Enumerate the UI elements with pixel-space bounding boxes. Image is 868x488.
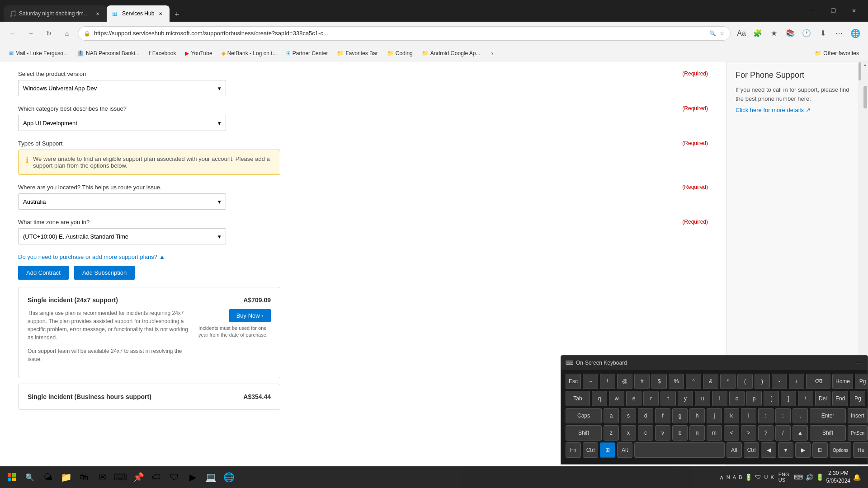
timezone-select[interactable]: (UTC+10:00) E. Australia Standard Time ▾	[18, 228, 226, 244]
key-i[interactable]: i	[712, 391, 727, 406]
expand-plans-link[interactable]: Do you need to purchase or add more supp…	[18, 253, 708, 260]
new-tab-button[interactable]: +	[170, 7, 184, 22]
key-v[interactable]: v	[655, 425, 670, 441]
lang-indicator[interactable]: ENGUS	[777, 472, 791, 483]
fav-favbar[interactable]: 📁 Favorites Bar	[333, 48, 381, 58]
osk-close-button[interactable]: ─	[854, 358, 863, 367]
maximize-button[interactable]: ❐	[823, 4, 844, 18]
key-o[interactable]: o	[729, 391, 745, 406]
key-minus[interactable]: -	[772, 374, 787, 389]
key-f[interactable]: f	[655, 408, 670, 423]
scroll-up-arrow[interactable]: ▲	[862, 61, 868, 68]
key-e[interactable]: e	[626, 391, 642, 406]
key-5[interactable]: %	[669, 374, 684, 389]
taskbar-osk[interactable]: ⌨	[112, 469, 128, 485]
key-home[interactable]: Home	[832, 374, 853, 389]
key-tab[interactable]: Tab	[566, 391, 590, 406]
key-plus[interactable]: +	[789, 374, 804, 389]
browser-tab-2[interactable]: ⊞ Services Hub ✕	[107, 5, 170, 22]
key-3[interactable]: #	[634, 374, 650, 389]
key-b[interactable]: b	[672, 425, 688, 441]
favorites-icon[interactable]: ★	[767, 26, 781, 41]
fav-facebook[interactable]: f Facebook	[145, 48, 180, 58]
key-fn[interactable]: Fn	[566, 442, 581, 458]
key-2[interactable]: @	[617, 374, 632, 389]
taskbar-weather[interactable]: 🌤	[40, 469, 56, 485]
phone-support-link[interactable]: Click here for more details ↗	[736, 107, 811, 113]
key-win[interactable]: ⊞	[600, 442, 615, 458]
key-question[interactable]: ?	[758, 425, 774, 441]
add-contract-button[interactable]: Add Contract	[18, 266, 69, 280]
key-t[interactable]: t	[660, 391, 676, 406]
key-del[interactable]: Del	[815, 391, 830, 406]
taskbar-security[interactable]: 🛡	[166, 469, 183, 485]
key-alt-l[interactable]: Alt	[617, 442, 632, 458]
kleopatra-icon[interactable]: K	[770, 474, 774, 480]
key-ctrl-r[interactable]: Ctrl	[744, 442, 759, 458]
key-left[interactable]: ◀	[761, 442, 776, 458]
notification-icon[interactable]: 🔔	[853, 474, 861, 481]
history-icon[interactable]: 🕐	[799, 26, 814, 41]
browser-tab-1[interactable]: 🎵 Saturday night dabbing time wit ✕	[4, 5, 107, 22]
star-icon[interactable]: ☆	[720, 30, 725, 37]
key-z[interactable]: z	[604, 425, 619, 441]
update-icon[interactable]: U	[764, 474, 768, 480]
taskbar-edge[interactable]: 🌐	[221, 469, 237, 485]
fav-android[interactable]: 📁 Android Google Ap...	[418, 48, 484, 58]
product-version-select[interactable]: Windows Universal App Dev ▾	[18, 80, 226, 96]
key-down[interactable]: ▼	[778, 442, 793, 458]
fav-nab[interactable]: 🏦 NAB Personal Banki...	[73, 48, 143, 58]
taskbar-files[interactable]: 📁	[58, 469, 74, 485]
extensions-icon[interactable]: 🧩	[750, 26, 765, 41]
key-lbracket[interactable]: [	[764, 391, 779, 406]
key-7[interactable]: &	[703, 374, 718, 389]
key-shift-r[interactable]: Shift	[810, 425, 846, 441]
key-options[interactable]: Options	[830, 442, 851, 458]
battery-icon[interactable]: 🔋	[816, 474, 824, 481]
key-j[interactable]: j	[707, 408, 722, 423]
fav-youtube[interactable]: ▶ YouTube	[181, 48, 216, 58]
key-c[interactable]: c	[638, 425, 653, 441]
taskbar-media[interactable]: ▶	[184, 469, 201, 485]
volume-icon[interactable]: 🔊	[806, 474, 813, 481]
search-button[interactable]: 🔍	[22, 469, 38, 485]
key-r[interactable]: r	[643, 391, 659, 406]
key-w[interactable]: w	[609, 391, 624, 406]
amd-icon[interactable]: A	[733, 474, 736, 480]
more-icon[interactable]: ⋯	[832, 26, 846, 41]
key-q[interactable]: q	[592, 391, 607, 406]
minimize-button[interactable]: ─	[802, 4, 823, 18]
key-end[interactable]: End	[832, 391, 848, 406]
key-he[interactable]: He	[853, 442, 868, 458]
fav-netbank[interactable]: ◆ NetBank - Log on t...	[218, 48, 281, 58]
key-tilde[interactable]: ~	[583, 374, 598, 389]
key-caps[interactable]: Caps	[566, 408, 602, 423]
refresh-button[interactable]: ↻	[42, 26, 56, 41]
key-comma[interactable]: ,	[793, 408, 808, 423]
location-select[interactable]: Australia ▾	[18, 193, 226, 210]
key-esc[interactable]: Esc	[566, 374, 581, 389]
forward-button[interactable]: →	[24, 26, 38, 41]
key-backslash[interactable]: \	[798, 391, 813, 406]
download-icon[interactable]: ⬇	[816, 26, 830, 41]
nvidia-icon[interactable]: N	[726, 474, 730, 480]
key-lt[interactable]: <	[724, 425, 739, 441]
key-9[interactable]: (	[737, 374, 753, 389]
key-x[interactable]: x	[621, 425, 636, 441]
key-0[interactable]: )	[755, 374, 770, 389]
security-sys-icon[interactable]: 🛡	[755, 474, 761, 481]
edge-icon[interactable]: 🌐	[848, 26, 863, 41]
url-bar[interactable]: 🔒 https://support.serviceshub.microsoft.…	[78, 26, 731, 41]
key-y[interactable]: y	[678, 391, 693, 406]
taskbar-pin[interactable]: 📌	[130, 469, 146, 485]
key-1[interactable]: !	[600, 374, 615, 389]
key-gt[interactable]: >	[741, 425, 756, 441]
fav-coding[interactable]: 📁 Coding	[383, 48, 416, 58]
taskbar-tag[interactable]: 🏷	[148, 469, 165, 485]
key-p[interactable]: p	[746, 391, 762, 406]
taskbar-mail[interactable]: ✉	[94, 469, 110, 485]
key-4[interactable]: $	[651, 374, 667, 389]
key-ctrl-l[interactable]: Ctrl	[583, 442, 598, 458]
key-pgdn[interactable]: Pg	[850, 391, 865, 406]
key-shift-l[interactable]: Shift	[566, 425, 602, 441]
